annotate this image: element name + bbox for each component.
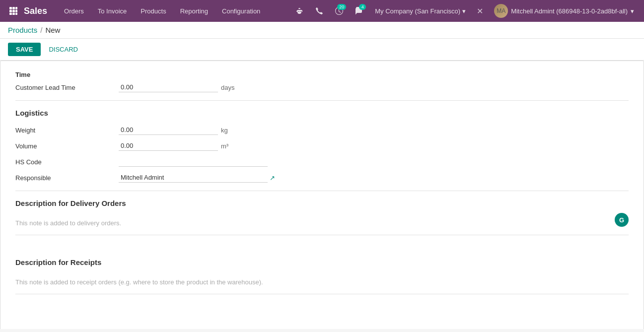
delivery-description-placeholder[interactable]: This note is added to delivery orders. (15, 215, 629, 231)
menu-item-orders[interactable]: Orders (57, 0, 91, 22)
customer-lead-time-value: days (119, 82, 629, 92)
navbar-right: 20 4 My Company (San Francisco) ▾ ✕ MA M… (291, 3, 638, 19)
responsible-external-link-icon[interactable]: ↗ (270, 174, 275, 182)
weight-unit: kg (221, 127, 228, 134)
time-section: Time Customer Lead Time days (15, 71, 629, 92)
phone-icon[interactable] (311, 3, 327, 19)
clock-badge: 20 (337, 4, 346, 10)
menu-item-products[interactable]: Products (134, 0, 173, 22)
svg-rect-1 (12, 7, 15, 9)
customer-lead-time-field: Customer Lead Time days (15, 82, 629, 92)
weight-value: kg (119, 125, 629, 135)
company-name: My Company (San Francisco) (375, 7, 460, 15)
svg-rect-7 (12, 13, 15, 15)
g-avatar: G (615, 213, 629, 227)
volume-unit: m³ (221, 142, 228, 150)
navbar-menu: Orders To Invoice Products Reporting Con… (57, 0, 291, 22)
responsible-field: Responsible Mitchell Admint ↗ (15, 173, 629, 183)
breadcrumb-current: New (45, 26, 60, 34)
svg-rect-4 (12, 10, 15, 12)
menu-item-to-invoice[interactable]: To Invoice (91, 0, 134, 22)
customer-lead-time-input[interactable] (119, 82, 218, 92)
user-avatar: MA (494, 4, 508, 18)
chat-badge: 4 (359, 4, 366, 10)
logistics-section: Logistics Weight kg Volume m³ HS Code (15, 109, 629, 183)
clock-icon[interactable]: 20 (331, 3, 347, 19)
main-scroll-area[interactable]: Time Customer Lead Time days Logistics W… (0, 61, 644, 329)
hs-code-value (119, 157, 629, 167)
product-form: Time Customer Lead Time days Logistics W… (0, 61, 644, 329)
customer-lead-time-label: Customer Lead Time (15, 84, 115, 91)
volume-input[interactable] (119, 141, 218, 151)
delivery-description-title: Description for Delivery Orders (15, 199, 629, 207)
breadcrumb-parent[interactable]: Products (8, 26, 37, 34)
receipts-description-title: Description for Receipts (15, 258, 629, 266)
logistics-title: Logistics (15, 109, 629, 117)
chat-icon[interactable]: 4 (351, 3, 367, 19)
menu-item-configuration[interactable]: Configuration (215, 0, 267, 22)
weight-field: Weight kg (15, 125, 629, 135)
user-dropdown-icon: ▾ (631, 7, 634, 15)
volume-value: m³ (119, 141, 629, 151)
delivery-description-section: Description for Delivery Orders This not… (15, 199, 629, 235)
time-section-label: Time (15, 71, 629, 78)
svg-rect-8 (15, 13, 17, 15)
customer-lead-time-unit: days (221, 84, 234, 91)
receipts-description-divider (15, 294, 629, 294)
svg-rect-2 (15, 7, 17, 9)
section-divider-2 (15, 191, 629, 191)
hs-code-input[interactable] (119, 157, 268, 167)
user-name: Mitchell Admint (686948-13-0-2ad8bf-all) (511, 7, 628, 15)
weight-input[interactable] (119, 125, 218, 135)
close-icon[interactable]: ✕ (474, 6, 486, 16)
delivery-description-divider (15, 235, 629, 235)
discard-button[interactable]: DISCARD (45, 43, 82, 56)
action-bar: SAVE DISCARD (0, 39, 644, 61)
app-brand: Sales (24, 6, 47, 16)
receipts-description-section: Description for Receipts This note is ad… (15, 258, 629, 294)
responsible-value: Mitchell Admint ↗ (119, 173, 629, 183)
responsible-select[interactable]: Mitchell Admint (119, 173, 268, 183)
company-dropdown-icon: ▾ (462, 7, 466, 15)
breadcrumb-separator: / (40, 26, 42, 34)
weight-label: Weight (15, 127, 115, 134)
hs-code-label: HS Code (15, 158, 115, 166)
navbar: Sales Orders To Invoice Products Reporti… (0, 0, 644, 22)
svg-rect-0 (9, 7, 12, 9)
user-menu[interactable]: MA Mitchell Admint (686948-13-0-2ad8bf-a… (490, 4, 638, 18)
bug-icon[interactable] (291, 3, 307, 19)
section-divider-1 (15, 100, 629, 101)
save-button[interactable]: SAVE (8, 43, 41, 56)
svg-rect-6 (9, 13, 12, 15)
responsible-label: Responsible (15, 174, 115, 182)
volume-field: Volume m³ (15, 141, 629, 151)
svg-rect-5 (15, 10, 17, 12)
svg-rect-3 (9, 10, 12, 12)
breadcrumb: Products / New (0, 22, 644, 39)
grid-icon[interactable] (6, 3, 21, 18)
menu-item-reporting[interactable]: Reporting (173, 0, 215, 22)
volume-label: Volume (15, 142, 115, 150)
hs-code-field: HS Code (15, 157, 629, 167)
company-selector[interactable]: My Company (San Francisco) ▾ (371, 7, 470, 15)
receipts-description-placeholder[interactable]: This note is added to receipt orders (e.… (15, 274, 629, 290)
